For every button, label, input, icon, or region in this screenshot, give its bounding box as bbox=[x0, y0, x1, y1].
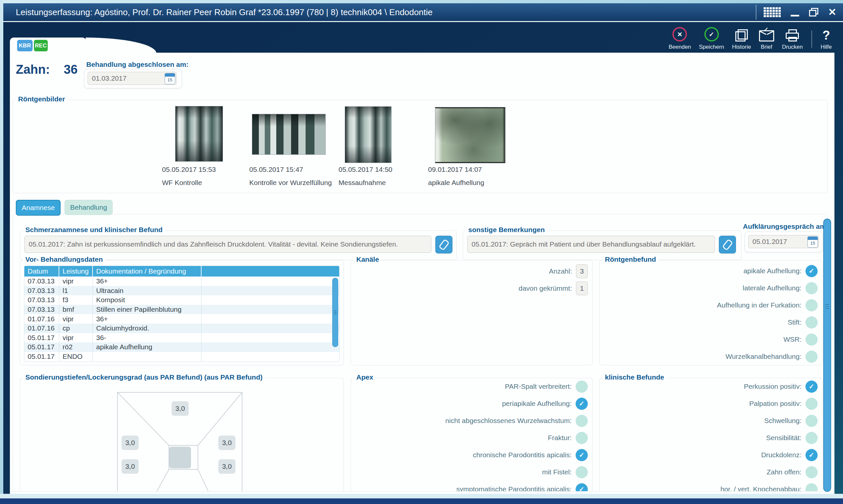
checkbox[interactable]: ✓ bbox=[805, 316, 818, 328]
close-icon: ✕ bbox=[828, 5, 837, 20]
lockerungsgrad-box[interactable] bbox=[169, 447, 191, 468]
close-button[interactable]: ✕ bbox=[828, 5, 837, 20]
drucken-button[interactable]: Drucken bbox=[782, 29, 803, 50]
clinical-group: klinische Befunde Perkussion positiv: ✓ … bbox=[599, 378, 823, 504]
checkbox[interactable]: ✓ bbox=[805, 282, 818, 294]
brief-button[interactable]: ✓ Brief bbox=[759, 27, 774, 50]
xray-thumbnail-1[interactable] bbox=[176, 106, 222, 161]
beenden-button[interactable]: ✕ Beenden bbox=[668, 27, 691, 50]
canal-count-label: Anzahl: bbox=[549, 267, 572, 275]
checkbox[interactable]: ✓ bbox=[805, 466, 818, 478]
check-icon: ✓ bbox=[809, 451, 814, 459]
keyboard-icon[interactable] bbox=[764, 7, 781, 17]
tab-behandlung[interactable]: Behandlung bbox=[65, 200, 113, 215]
checkbox[interactable]: ✓ bbox=[576, 466, 588, 478]
historie-label: Historie bbox=[732, 44, 751, 50]
speichern-button[interactable]: ✓ Speichern bbox=[699, 27, 724, 50]
table-row[interactable]: 07.03.13 f3 Komposit bbox=[24, 295, 339, 305]
probing-group: Sondierungstiefen/Lockerungsgrad (aus PA… bbox=[20, 378, 344, 504]
probing-value-top[interactable]: 3,0 bbox=[172, 401, 189, 416]
calendar-icon[interactable]: 15 bbox=[807, 236, 818, 248]
column-header-dokumentation[interactable]: Dokumentation / Begründung bbox=[93, 266, 201, 276]
pain-history-legend: Schmerzanamnese und klinischer Befund bbox=[23, 226, 165, 234]
table-header: Datum Leistung Dokumentation / Begründun… bbox=[24, 266, 339, 276]
save-icon: ✓ bbox=[704, 27, 719, 41]
clinical-row: Palpation positiv: ✓ bbox=[749, 397, 818, 410]
finding-row: Aufhellung in der Furkation: ✓ bbox=[717, 299, 818, 311]
pretreatment-table[interactable]: Datum Leistung Dokumentation / Begründun… bbox=[24, 266, 340, 362]
canal-count-input[interactable]: 3 bbox=[576, 264, 588, 278]
probing-value-left-upper[interactable]: 3,0 bbox=[122, 435, 139, 450]
toolbar: ✕ Beenden ✓ Speichern Historie ✓ Brief D… bbox=[668, 27, 832, 50]
xray-thumbnail-3[interactable] bbox=[345, 107, 391, 163]
table-row[interactable]: 05.01.17 vipr 36- bbox=[24, 333, 339, 343]
checkbox[interactable]: ✓ bbox=[805, 381, 818, 393]
checkbox[interactable]: ✓ bbox=[805, 398, 818, 410]
checkbox[interactable]: ✓ bbox=[805, 334, 818, 346]
checkbox[interactable]: ✓ bbox=[805, 299, 818, 311]
probing-value-left-lower[interactable]: 3,0 bbox=[122, 459, 139, 474]
table-row[interactable]: 01.07.16 cp Calciumhydroxid. bbox=[24, 324, 339, 333]
remarks-legend: sonstige Bemerkungen bbox=[466, 226, 547, 234]
hilfe-button[interactable]: ? Hilfe bbox=[821, 29, 832, 50]
checkbox[interactable]: ✓ bbox=[576, 415, 588, 427]
probing-value-right-lower[interactable]: 3,0 bbox=[218, 459, 235, 474]
column-header-leistung[interactable]: Leistung bbox=[59, 266, 93, 276]
restore-button[interactable] bbox=[809, 8, 818, 16]
letter-icon: ✓ bbox=[759, 30, 774, 41]
tooth-label: Zahn: bbox=[16, 62, 50, 76]
xray-datetime-2: 05.05.2017 15:47 bbox=[249, 166, 303, 174]
window-bottom-bar bbox=[0, 499, 843, 504]
completed-date-label: Behandlung abgeschlosen am: bbox=[86, 60, 189, 69]
xray-datetime-1: 05.05.2017 15:53 bbox=[162, 166, 216, 174]
xray-findings-group: Röntgenbefund apikale Aufhellung: ✓ late… bbox=[599, 260, 823, 365]
checkbox[interactable]: ✓ bbox=[576, 449, 588, 461]
table-row[interactable]: 07.03.13 l1 Ultracain bbox=[24, 286, 339, 295]
checkbox[interactable]: ✓ bbox=[576, 381, 588, 393]
apex-row: Fraktur: ✓ bbox=[548, 432, 588, 444]
tab-anamnese[interactable]: Anamnese bbox=[16, 200, 60, 216]
title-bar[interactable]: Leistungserfassung: Agóstino, Prof. Dr. … bbox=[3, 3, 843, 22]
check-icon: ✓ bbox=[809, 267, 814, 275]
checkbox[interactable]: ✓ bbox=[805, 265, 818, 277]
speichern-label: Speichern bbox=[699, 44, 724, 50]
paperclip-icon bbox=[438, 239, 449, 251]
minimize-button[interactable] bbox=[791, 8, 799, 16]
checkbox[interactable]: ✓ bbox=[805, 432, 818, 444]
xray-thumbnail-4[interactable] bbox=[435, 107, 505, 163]
table-row[interactable]: 05.01.17 rö2 apikale Aufhellung bbox=[24, 342, 339, 352]
canal-curved-row: davon gekrümmt: 1 bbox=[519, 282, 588, 295]
clinical-row: Sensibilität: ✓ bbox=[766, 432, 818, 444]
pain-history-attach-button[interactable] bbox=[435, 236, 452, 253]
tooth-header: Zahn:36 bbox=[16, 62, 78, 77]
table-row[interactable]: 07.03.13 vipr 36+ bbox=[24, 276, 339, 286]
table-row[interactable]: 05.01.17 ENDO bbox=[24, 352, 339, 361]
checkbox[interactable]: ✓ bbox=[805, 415, 818, 427]
xray-thumbnail-2[interactable] bbox=[252, 114, 325, 155]
checkbox[interactable]: ✓ bbox=[805, 449, 818, 461]
vertical-scrollbar[interactable] bbox=[823, 219, 831, 492]
table-row[interactable]: 01.07.16 vipr 36+ bbox=[24, 314, 339, 324]
probing-value-right-upper[interactable]: 3,0 bbox=[218, 435, 235, 450]
checkbox[interactable]: ✓ bbox=[576, 398, 588, 410]
column-header-datum[interactable]: Datum bbox=[24, 266, 59, 276]
xray-findings-legend: Röntgenbefund bbox=[602, 255, 659, 263]
checkbox[interactable]: ✓ bbox=[576, 432, 588, 444]
historie-button[interactable]: Historie bbox=[732, 29, 751, 50]
toolbar-separator bbox=[811, 31, 812, 48]
tooth-number: 36 bbox=[64, 62, 77, 76]
window-controls: ✕ bbox=[756, 5, 841, 20]
remarks-attach-button[interactable] bbox=[719, 236, 736, 253]
calendar-icon[interactable]: 15 bbox=[165, 73, 175, 84]
pain-history-input[interactable]: 05.01.2017: Zahn ist perkussionsemfindli… bbox=[24, 236, 431, 253]
canal-curved-input[interactable]: 1 bbox=[576, 282, 588, 295]
table-scrollbar[interactable] bbox=[332, 278, 338, 347]
table-row[interactable]: 07.03.13 bmf Stillen einer Papillenblutu… bbox=[24, 305, 339, 314]
history-icon bbox=[735, 29, 748, 41]
remarks-input[interactable]: 05.01.2017: Gepräch mit Patient und über… bbox=[467, 236, 715, 253]
rec-badge[interactable]: REC bbox=[34, 40, 48, 51]
checkbox[interactable]: ✓ bbox=[805, 350, 818, 363]
kbr-badge[interactable]: KBR bbox=[17, 40, 33, 51]
completed-date-input[interactable]: 01.03.2017 bbox=[88, 72, 177, 85]
apex-legend: Apex bbox=[354, 373, 376, 381]
